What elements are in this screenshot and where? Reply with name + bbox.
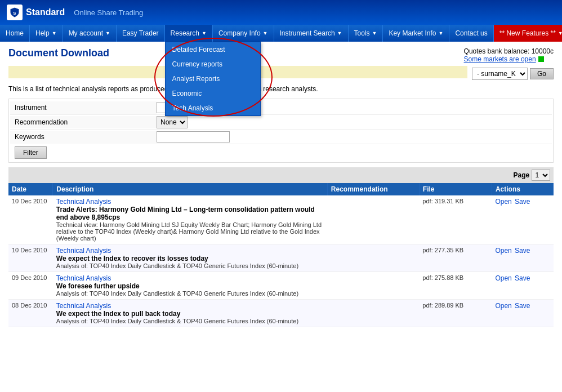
- header: S Standard Online Share Trading: [0, 0, 562, 25]
- table-page-header: Page 1: [8, 167, 554, 183]
- nav-home[interactable]: Home: [0, 25, 30, 42]
- row-title: We foresee further upside: [56, 282, 324, 290]
- cell-desc: Technical Analysis Trade Alerts: Harmony…: [53, 195, 328, 244]
- save-link[interactable]: Save: [515, 274, 530, 282]
- cell-file: pdf: 275.88 KB: [419, 272, 492, 300]
- save-link[interactable]: Save: [515, 247, 530, 255]
- instrumentsearch-arrow: ▼: [337, 30, 342, 36]
- row-title: We expect the Index to recover its losse…: [56, 255, 324, 262]
- nav-instrumentsearch[interactable]: Instrument Search ▼: [274, 25, 349, 42]
- svg-text:S: S: [13, 11, 16, 16]
- col-header-desc: Description: [53, 183, 328, 195]
- open-link[interactable]: Open: [495, 274, 511, 282]
- cell-rec: [327, 300, 419, 327]
- research-dropdown: Detailed Forecast Currency reports Analy…: [165, 42, 261, 116]
- cell-date: 09 Dec 2010: [8, 272, 53, 300]
- cell-file: pdf: 289.89 KB: [419, 300, 492, 327]
- surname-filter-select[interactable]: - surname_K: [472, 68, 528, 80]
- dropdown-analyst-reports[interactable]: Analyst Reports: [166, 72, 260, 86]
- row-desc: Technical view: Harmony Gold Mining Ltd …: [56, 221, 324, 242]
- save-link[interactable]: Save: [515, 198, 530, 206]
- filter-button[interactable]: Filter: [15, 146, 47, 159]
- logo-area: S Standard: [7, 5, 65, 20]
- go-button[interactable]: Go: [530, 68, 554, 79]
- category-link[interactable]: Technical Analysis: [56, 198, 111, 206]
- dropdown-economic[interactable]: Economic: [166, 86, 260, 101]
- cell-date: 10 Dec 2010: [8, 195, 53, 244]
- quotes-balance: Quotes bank balance: 10000c: [464, 47, 554, 55]
- filter-btn-row: Filter: [10, 144, 552, 161]
- table-row: 08 Dec 2010 Technical Analysis We expect…: [8, 300, 554, 327]
- keymarketinfo-arrow: ▼: [438, 30, 443, 36]
- category-link[interactable]: Technical Analysis: [56, 274, 111, 282]
- logo-shield: S: [7, 5, 23, 20]
- col-header-date: Date: [8, 183, 53, 195]
- filter-form: Instrument Recommendation None Keywords …: [8, 99, 554, 163]
- recommendation-select[interactable]: None: [157, 116, 188, 128]
- market-status-dot: [538, 56, 544, 62]
- page-description: This is a list of technical analysis rep…: [8, 85, 554, 93]
- newfeatures-arrow: ▼: [558, 30, 562, 36]
- keywords-label: Keywords: [10, 131, 157, 143]
- recommendation-label: Recommendation: [10, 116, 157, 128]
- dropdown-currency-reports[interactable]: Currency reports: [166, 57, 260, 72]
- col-header-rec: Recommendation: [327, 183, 419, 195]
- nav-contactus[interactable]: Contact us: [449, 25, 493, 42]
- nav-companyinfo[interactable]: Company Info ▼: [213, 25, 274, 42]
- recommendation-row: Recommendation None: [10, 115, 552, 130]
- instrument-row: Instrument: [10, 100, 552, 115]
- dropdown-tech-analysis[interactable]: Tech Analysis: [166, 101, 260, 115]
- row-desc: Analysis of: TOP40 Index Daily Candlesti…: [56, 262, 324, 269]
- open-link[interactable]: Open: [495, 198, 511, 206]
- market-status[interactable]: Some markets are open: [464, 55, 554, 63]
- nav-research[interactable]: Research ▼ Detailed Forecast Currency re…: [165, 25, 213, 42]
- nav-newfeatures[interactable]: ** New Features ** ▼: [494, 25, 562, 42]
- page-label: Page: [513, 171, 529, 179]
- page-content: Document Download Quotes bank balance: 1…: [0, 42, 562, 333]
- companyinfo-arrow: ▼: [263, 30, 268, 36]
- research-arrow: ▼: [202, 30, 207, 36]
- open-link[interactable]: Open: [495, 302, 511, 310]
- cell-desc: Technical Analysis We foresee further up…: [53, 272, 328, 300]
- table-row: 10 Dec 2010 Technical Analysis Trade Ale…: [8, 195, 554, 244]
- dropdown-detailed-forecast[interactable]: Detailed Forecast: [166, 42, 260, 57]
- cell-actions: Open Save: [492, 195, 553, 244]
- cell-file: pdf: 319.31 KB: [419, 195, 492, 244]
- table-header-row: Date Description Recommendation File Act…: [8, 183, 554, 195]
- cell-actions: Open Save: [492, 244, 553, 272]
- keywords-row: Keywords: [10, 130, 552, 144]
- nav-myaccount[interactable]: My account ▼: [63, 25, 117, 42]
- row-desc: Analysis of: TOP40 Index Daily Candlesti…: [56, 290, 324, 297]
- category-link[interactable]: Technical Analysis: [56, 302, 111, 310]
- page-select[interactable]: 1: [532, 170, 550, 181]
- logo-text: Standard: [26, 7, 65, 17]
- cell-date: 10 Dec 2010: [8, 244, 53, 272]
- nav-easytrader[interactable]: Easy Trader: [117, 25, 165, 42]
- header-tagline: Online Share Trading: [74, 8, 143, 17]
- nav-keymarketinfo[interactable]: Key Market Info ▼: [383, 25, 449, 42]
- cell-rec: [327, 272, 419, 300]
- save-link[interactable]: Save: [515, 302, 530, 310]
- page-title: Document Download: [8, 47, 109, 59]
- results-table: Page 1 Date Description Recommendation F…: [8, 167, 554, 327]
- cell-desc: Technical Analysis We expect the Index t…: [53, 244, 328, 272]
- col-header-actions: Actions: [492, 183, 553, 195]
- keywords-input[interactable]: [157, 131, 230, 142]
- table-row: 09 Dec 2010 Technical Analysis We forese…: [8, 272, 554, 300]
- cell-actions: Open Save: [492, 300, 553, 327]
- category-link[interactable]: Technical Analysis: [56, 247, 111, 255]
- cell-file: pdf: 277.35 KB: [419, 244, 492, 272]
- cell-actions: Open Save: [492, 272, 553, 300]
- nav-tools[interactable]: Tools ▼: [349, 25, 383, 42]
- cell-rec: [327, 195, 419, 244]
- row-desc: Analysis of: TOP40 Index Daily Candlesti…: [56, 318, 324, 324]
- tools-arrow: ▼: [372, 30, 377, 36]
- help-arrow: ▼: [52, 30, 57, 36]
- table-row: 10 Dec 2010 Technical Analysis We expect…: [8, 244, 554, 272]
- col-header-file: File: [419, 183, 492, 195]
- cell-desc: Technical Analysis We expect the Index t…: [53, 300, 328, 327]
- nav-help[interactable]: Help ▼: [30, 25, 63, 42]
- instrument-label: Instrument: [10, 101, 157, 114]
- open-link[interactable]: Open: [495, 247, 511, 255]
- navbar: Home Help ▼ My account ▼ Easy Trader Res…: [0, 25, 562, 42]
